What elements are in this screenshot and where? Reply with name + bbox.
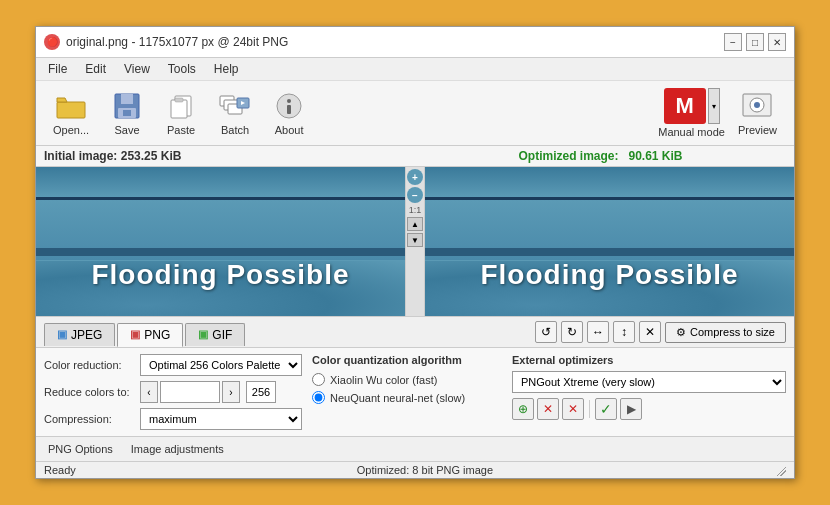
title-bar: 🔴 original.png - 1175x1077 px @ 24bit PN… bbox=[36, 27, 794, 58]
jpeg-icon: ▣ bbox=[57, 328, 67, 341]
algo-label: Color quantization algorithm bbox=[312, 354, 502, 366]
redo-button[interactable]: ↻ bbox=[561, 321, 583, 343]
paste-label: Paste bbox=[167, 124, 195, 136]
batch-button[interactable]: Batch bbox=[210, 85, 260, 141]
svg-rect-0 bbox=[57, 102, 85, 118]
maximize-button[interactable]: □ bbox=[746, 33, 764, 51]
status-left: Ready bbox=[44, 464, 76, 476]
ext-remove-button[interactable]: ✕ bbox=[537, 398, 559, 420]
compress-button[interactable]: ⚙ Compress to size bbox=[665, 322, 786, 343]
initial-label: Initial image: bbox=[44, 149, 117, 163]
ext-play-button[interactable]: ▶ bbox=[620, 398, 642, 420]
open-button[interactable]: Open... bbox=[44, 85, 98, 141]
reduce-colors-dec[interactable]: ‹ bbox=[140, 381, 158, 403]
algo-option2-row: NeuQuant neural-net (slow) bbox=[312, 391, 502, 404]
optimized-image-info: Optimized image: 90.61 KiB bbox=[415, 149, 786, 163]
menu-edit[interactable]: Edit bbox=[77, 60, 114, 78]
ext-actions: ⊕ ✕ ✕ ✓ ▶ bbox=[512, 398, 786, 420]
flip-v-button[interactable]: ↕ bbox=[613, 321, 635, 343]
ext-add-button[interactable]: ⊕ bbox=[512, 398, 534, 420]
compression-row: Compression: maximum bbox=[44, 408, 302, 430]
about-icon bbox=[273, 90, 305, 122]
color-reduction-label: Color reduction: bbox=[44, 359, 134, 371]
preview-label: Preview bbox=[738, 124, 777, 136]
tab-gif[interactable]: ▣ GIF bbox=[185, 323, 245, 346]
action-buttons: ↺ ↻ ↔ ↕ ✕ ⚙ Compress to size bbox=[535, 321, 786, 347]
manual-mode-icon[interactable]: M bbox=[664, 88, 706, 124]
window-title: original.png - 1175x1077 px @ 24bit PNG bbox=[66, 35, 288, 49]
gif-icon: ▣ bbox=[198, 328, 208, 341]
toolbar: Open... Save Past bbox=[36, 81, 794, 146]
compress-icon: ⚙ bbox=[676, 326, 686, 339]
color-reduction-select[interactable]: Optimal 256 Colors Palette bbox=[140, 354, 302, 376]
ext-optimizer-select[interactable]: PNGout Xtreme (very slow) bbox=[512, 371, 786, 393]
svg-rect-4 bbox=[123, 110, 131, 116]
flip-h-button[interactable]: ↔ bbox=[587, 321, 609, 343]
menu-view[interactable]: View bbox=[116, 60, 158, 78]
about-button[interactable]: About bbox=[264, 85, 314, 141]
compress-label: Compress to size bbox=[690, 326, 775, 338]
open-label: Open... bbox=[53, 124, 89, 136]
status-bar: Ready Optimized: 8 bit PNG image bbox=[36, 461, 794, 478]
reduce-colors-value: 256 bbox=[246, 381, 276, 403]
undo-button[interactable]: ↺ bbox=[535, 321, 557, 343]
format-tabs: ▣ JPEG ▣ PNG ▣ GIF bbox=[44, 323, 245, 346]
algo-option2-radio[interactable] bbox=[312, 391, 325, 404]
paste-icon bbox=[165, 90, 197, 122]
manual-mode-dropdown[interactable]: ▾ bbox=[708, 88, 720, 124]
cancel-button[interactable]: ✕ bbox=[639, 321, 661, 343]
optimized-image-pane: Flooding Possible bbox=[425, 167, 794, 316]
paste-button[interactable]: Paste bbox=[156, 85, 206, 141]
reduce-colors-inc[interactable]: › bbox=[222, 381, 240, 403]
save-label: Save bbox=[115, 124, 140, 136]
ext-check-button[interactable]: ✓ bbox=[595, 398, 617, 420]
menu-tools[interactable]: Tools bbox=[160, 60, 204, 78]
image-top-dark-right bbox=[425, 167, 794, 197]
nav-down-btn[interactable]: ▼ bbox=[407, 233, 423, 247]
svg-rect-7 bbox=[175, 98, 183, 102]
ext-remove2-button[interactable]: ✕ bbox=[562, 398, 584, 420]
batch-label: Batch bbox=[221, 124, 249, 136]
algo-option1-label: Xiaolin Wu color (fast) bbox=[330, 374, 437, 386]
zoom-out-btn[interactable]: − bbox=[407, 187, 423, 203]
image-dark-bar-right bbox=[425, 248, 794, 256]
nav-up-btn[interactable]: ▲ bbox=[407, 217, 423, 231]
save-button[interactable]: Save bbox=[102, 85, 152, 141]
menu-file[interactable]: File bbox=[40, 60, 75, 78]
optimized-label: Optimized image: bbox=[518, 149, 618, 163]
reduce-colors-track[interactable] bbox=[160, 381, 220, 403]
optimized-image-text: Flooding Possible bbox=[425, 259, 794, 291]
color-reduction-row: Color reduction: Optimal 256 Colors Pale… bbox=[44, 354, 302, 376]
compression-label: Compression: bbox=[44, 413, 134, 425]
algo-option1-radio[interactable] bbox=[312, 373, 325, 386]
menu-help[interactable]: Help bbox=[206, 60, 247, 78]
image-area: Flooding Possible + − 1:1 ▲ ▼ Flooding P… bbox=[36, 167, 794, 317]
zoom-in-btn[interactable]: + bbox=[407, 169, 423, 185]
minimize-button[interactable]: − bbox=[724, 33, 742, 51]
bottom-tab-image-adjustments[interactable]: Image adjustments bbox=[127, 441, 228, 457]
optimized-size: 90.61 KiB bbox=[629, 149, 683, 163]
tab-png[interactable]: ▣ PNG bbox=[117, 323, 183, 347]
tabs-area: ▣ JPEG ▣ PNG ▣ GIF ↺ ↻ ↔ ↕ ✕ ⚙ Compress … bbox=[36, 317, 794, 348]
options-right: External optimizers PNGout Xtreme (very … bbox=[512, 354, 786, 430]
bottom-tab-png-options[interactable]: PNG Options bbox=[44, 441, 117, 457]
resize-handle[interactable] bbox=[774, 464, 786, 476]
algo-option2-label: NeuQuant neural-net (slow) bbox=[330, 392, 465, 404]
image-top-dark bbox=[36, 167, 405, 197]
close-button[interactable]: ✕ bbox=[768, 33, 786, 51]
app-window: 🔴 original.png - 1175x1077 px @ 24bit PN… bbox=[35, 26, 795, 479]
reduce-colors-row: Reduce colors to: ‹ › 256 bbox=[44, 381, 302, 403]
png-label: PNG bbox=[144, 328, 170, 342]
png-icon: ▣ bbox=[130, 328, 140, 341]
reduce-colors-stepper: ‹ › bbox=[140, 381, 240, 403]
initial-image-info: Initial image: 253.25 KiB bbox=[44, 149, 415, 163]
svg-point-17 bbox=[754, 102, 760, 108]
options-left: Color reduction: Optimal 256 Colors Pale… bbox=[44, 354, 302, 430]
svg-rect-6 bbox=[171, 100, 187, 118]
tab-jpeg[interactable]: ▣ JPEG bbox=[44, 323, 115, 346]
bottom-tabs: PNG Options Image adjustments bbox=[36, 436, 794, 461]
menu-bar: File Edit View Tools Help bbox=[36, 58, 794, 81]
title-bar-left: 🔴 original.png - 1175x1077 px @ 24bit PN… bbox=[44, 34, 288, 50]
compression-select[interactable]: maximum bbox=[140, 408, 302, 430]
preview-button[interactable]: Preview bbox=[729, 85, 786, 141]
